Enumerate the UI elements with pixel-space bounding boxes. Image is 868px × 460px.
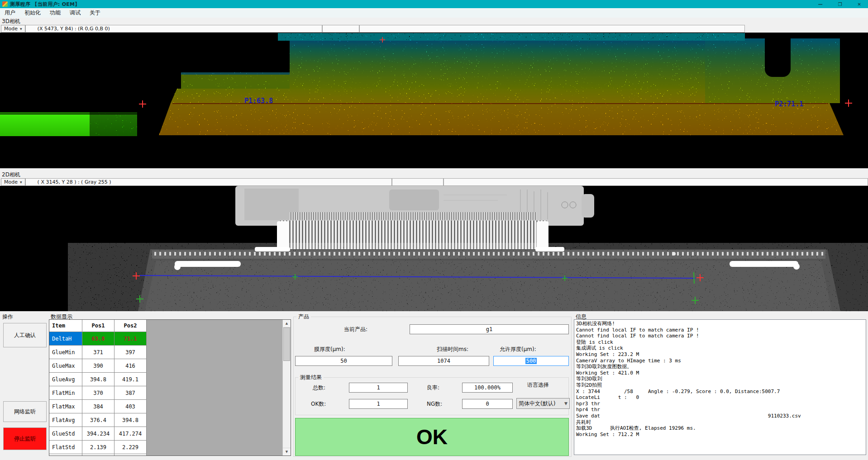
col-item: Item: [49, 320, 82, 332]
log-line: Cannot find local IF to match camera IP …: [576, 333, 864, 339]
window-title: 测厚程序 【当前用户: OEM】: [10, 1, 80, 8]
log-line: 加载3D 执行AOI检查, Elapsed 19296 ms.: [576, 425, 864, 432]
log-line: 集成调试 is click: [576, 345, 864, 351]
camera3d-mode-button[interactable]: Mode ▼: [1, 25, 25, 33]
menu-item-user[interactable]: 用户: [0, 8, 20, 18]
ok-count-label: OK数:: [311, 400, 326, 408]
film-thickness-label: 膜厚度(μm):: [314, 346, 345, 353]
mode-label: Mode: [4, 26, 18, 32]
cell-pos2: 387: [114, 386, 147, 399]
bottom-panels: 操作 人工确认 网络监听 停止监听 数据显示 Item Pos1 Pos2 De…: [0, 311, 868, 458]
table-row[interactable]: GlueAvg 394.8 419.1: [49, 373, 147, 386]
cell-pos2: 397: [114, 346, 147, 359]
scan-time-input[interactable]: 1074: [398, 356, 489, 366]
cell-pos1: 2.139: [82, 441, 114, 454]
info-panel: 信息 3D相机没有网络! Cannot find local IF to mat…: [574, 311, 865, 457]
log-line: LocateLi t : 0: [576, 394, 864, 401]
log-line: 共耗时: [576, 419, 864, 426]
col-pos2: Pos2: [114, 320, 147, 332]
measure-result-label: 测量结果: [298, 374, 324, 381]
cell-pos1: 376.4: [82, 413, 114, 427]
current-product-label: 当前产品:: [344, 326, 367, 333]
app-icon: [2, 1, 8, 7]
table-scrollbar[interactable]: ▲ ▼: [282, 320, 291, 455]
log-line: 登陆 is click: [576, 339, 864, 346]
cell-item: FlatStd: [49, 441, 82, 454]
camera3d-label: 3D相机: [0, 18, 868, 25]
window-controls: — ❐ ✕: [818, 2, 866, 7]
ng-count-label: NG数:: [427, 400, 442, 408]
table-row[interactable]: DeltaH 63.8 71.1: [49, 332, 147, 346]
scan-time-label: 扫描时间ms:: [437, 346, 468, 353]
table-row[interactable]: GlueMax 390 416: [49, 359, 147, 373]
result-status-banner: OK: [295, 418, 569, 456]
cell-item: GlueMin: [49, 346, 82, 359]
menu-item-about[interactable]: 关于: [85, 8, 105, 18]
p2-measurement-label: P2:71.1: [775, 100, 803, 108]
measure-result-groupbox: 测量结果 总数: 1 良率: 100.000% 语言选择 OK数: 1 NG数:…: [295, 377, 569, 415]
cell-pos1: 394.234: [82, 427, 114, 440]
table-header-row: Item Pos1 Pos2: [49, 320, 147, 332]
manual-confirm-button[interactable]: 人工确认: [3, 323, 47, 347]
cell-item: DeltaH: [49, 332, 82, 345]
ng-count-input[interactable]: 0: [462, 399, 513, 409]
status-segment: [322, 25, 359, 33]
yield-label: 良率:: [427, 384, 439, 392]
table-row[interactable]: X 2583.5 7966.7: [49, 454, 147, 455]
minimize-icon[interactable]: —: [818, 2, 823, 7]
log-line: Working Set : 421.0 M: [576, 370, 864, 376]
camera2d-grayscale: [0, 186, 868, 311]
data-table: Item Pos1 Pos2 DeltaH 63.8 71.1 GlueMin …: [49, 319, 291, 456]
yield-input[interactable]: 100.000%: [462, 383, 513, 393]
table-row[interactable]: FlatStd 2.139 2.229: [49, 441, 147, 454]
total-input[interactable]: 1: [349, 383, 408, 393]
log-line: Save dat 9110233.csv: [576, 413, 864, 419]
status-segment: [444, 178, 868, 186]
chevron-down-icon: ▼: [20, 27, 22, 30]
total-label: 总数:: [313, 384, 325, 392]
language-select[interactable]: 简体中文(默认) ▼: [516, 398, 570, 409]
cell-pos2: 419.1: [114, 373, 147, 386]
network-listen-button[interactable]: 网络监听: [3, 401, 47, 422]
table-row[interactable]: FlatMin 370 387: [49, 386, 147, 400]
scroll-up-icon[interactable]: ▲: [283, 320, 291, 327]
current-product-input[interactable]: g1: [410, 324, 569, 334]
allowed-thickness-input[interactable]: 500: [493, 356, 569, 366]
close-icon[interactable]: ✕: [858, 2, 861, 7]
camera2d-toolbar: Mode ▼ ( X 3145, Y 28 ) : ( Gray 255 ): [0, 178, 868, 186]
stop-listen-button[interactable]: 停止监听: [3, 427, 47, 450]
p1-measurement-label: P1:63.8: [244, 97, 273, 105]
menubar: 用户 初始化 功能 调试 关于: [0, 8, 868, 18]
ok-count-input[interactable]: 1: [349, 399, 408, 409]
cell-pos1: 384: [82, 400, 114, 413]
film-thickness-input[interactable]: 50: [295, 356, 392, 366]
menu-item-init[interactable]: 初始化: [20, 8, 45, 18]
scrollbar-thumb[interactable]: [283, 327, 290, 361]
camera2d-mode-button[interactable]: Mode ▼: [1, 178, 25, 186]
language-select-value: 简体中文(默认): [519, 400, 555, 408]
camera3d-view[interactable]: P1:63.8 P2:71.1: [0, 33, 868, 168]
allowed-thickness-label: 允许厚度(μm):: [500, 346, 536, 353]
app-window: 测厚程序 【当前用户: OEM】 — ❐ ✕ 用户 初始化 功能 调试 关于 3…: [0, 0, 868, 458]
log-line: hpr3 thr: [576, 401, 864, 407]
log-line: Cannot find local IF to match camera IP …: [576, 327, 864, 333]
restore-icon[interactable]: ❐: [838, 2, 842, 7]
log-output[interactable]: 3D相机没有网络! Cannot find local IF to match …: [574, 319, 866, 455]
table-row[interactable]: FlatAvg 376.4 394.8: [49, 413, 147, 427]
cell-pos2: 2.229: [114, 441, 147, 454]
selected-text: 500: [525, 358, 537, 364]
camera2d-coordinates: ( X 3145, Y 28 ) : ( Gray 255 ): [38, 179, 111, 185]
cell-pos1: 370: [82, 386, 114, 399]
camera2d-view[interactable]: [0, 186, 868, 311]
menu-item-debug[interactable]: 调试: [65, 8, 85, 18]
cell-pos2: 394.8: [114, 413, 147, 427]
log-line: X : 3744 /58 Angle : -0.279, Score : 0.0…: [576, 389, 864, 395]
cell-pos1: 371: [82, 346, 114, 359]
table-row[interactable]: GlueStd 394.234 417.274: [49, 427, 147, 441]
status-segment: [359, 25, 745, 33]
log-line: hpr4 thr: [576, 407, 864, 413]
table-row[interactable]: FlatMax 384 403: [49, 400, 147, 413]
table-row[interactable]: GlueMin 371 397: [49, 346, 147, 359]
menu-item-function[interactable]: 功能: [45, 8, 65, 18]
scroll-down-icon[interactable]: ▼: [283, 448, 291, 455]
